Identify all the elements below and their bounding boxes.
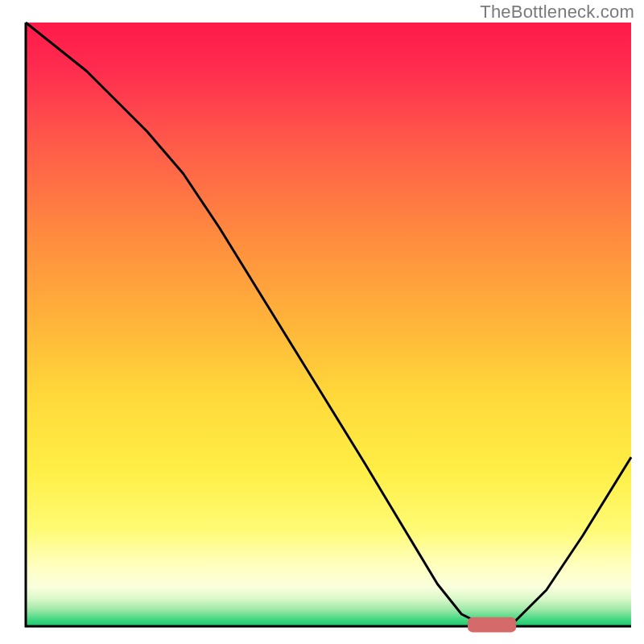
bottleneck-chart: TheBottleneck.com <box>0 0 644 644</box>
chart-svg <box>0 0 644 644</box>
watermark-text: TheBottleneck.com <box>480 2 634 23</box>
plot-background <box>26 23 631 626</box>
optimal-marker <box>468 617 516 633</box>
